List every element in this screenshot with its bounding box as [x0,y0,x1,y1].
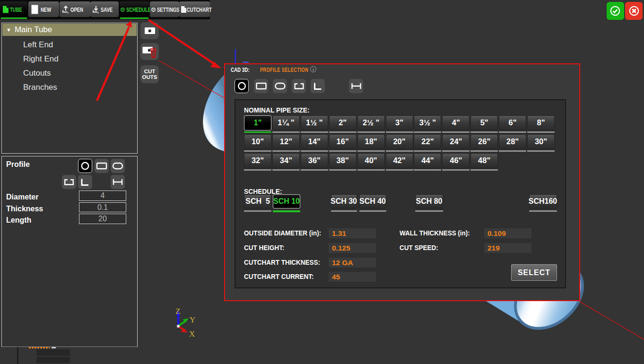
button-shadow [527,131,555,133]
pipe-size-18in-button[interactable]: 18" [357,134,385,152]
pipe-size-38in-button[interactable]: 38" [329,153,357,171]
open-button-label: OPEN [70,6,83,13]
tree-item-right-end[interactable]: Right End [23,54,59,64]
pipe-size-48in-button[interactable]: 48" [470,153,498,171]
pipe-size-1in-button[interactable]: 1" [244,115,271,133]
pipe-size-1in-button[interactable]: 1¼ " [272,115,300,133]
dialog-shape-channel-button[interactable] [292,79,306,93]
outside-diameter-in-value[interactable]: 1.31 [329,228,376,238]
schedule-sch-80-button[interactable]: SCH 80 [415,194,443,212]
open-button[interactable]: OPEN [60,1,90,17]
fragment-divider [17,347,18,364]
thickness-input[interactable]: 0.1 [79,202,126,213]
button-shadow [414,150,441,152]
cutchart-thickness-value[interactable]: 12 GA [329,258,376,268]
pipe-size-46in-button[interactable]: 46" [442,153,470,171]
wall-thickness-in-value[interactable]: 0.109 [484,228,531,238]
button-shadow [499,131,526,133]
pipe-size-14in-button[interactable]: 14" [301,134,328,152]
new-button-label: NEW [41,6,51,13]
fragment-button [36,357,70,364]
tree-item-cutouts[interactable]: Cutouts [23,69,51,78]
dialog-shape-oval-button[interactable] [273,79,287,93]
schedule-label: SCH 80 [415,194,443,208]
pipe-size-label: 1¼ " [272,115,300,130]
dialog-shape-circle-button[interactable] [235,79,249,93]
dialog-shape-angle-button[interactable] [311,79,325,93]
settings-button[interactable]: ⚙SETTINGS [150,1,179,17]
pipe-size-6in-button[interactable]: 6" [499,115,526,133]
confirm-button[interactable] [607,2,624,20]
schedule-sch-10-button[interactable]: SCH 10 [273,194,300,212]
pipe-size-20in-button[interactable]: 20" [386,134,413,152]
schedule-sch160-button[interactable]: SCH160 [529,194,557,212]
pipe-size-16in-button[interactable]: 16" [329,134,357,152]
button-shadow [415,210,443,212]
pipe-size-label: 24" [442,134,470,149]
pipe-size-36in-button[interactable]: 36" [301,153,328,171]
pipe-size-30in-button[interactable]: 30" [527,134,555,152]
schedule-sch-5-button[interactable]: SCH 5 [244,194,271,212]
schedule-label: SCH 5 [244,194,271,208]
button-shadow [329,131,357,133]
profile-shape-oval-button[interactable] [111,159,125,173]
pipe-size-12in-button[interactable]: 12" [272,134,300,152]
pipe-size-44in-button[interactable]: 44" [414,153,441,171]
active-tab-underline [1,17,27,19]
pipe-size-34in-button[interactable]: 34" [272,153,300,171]
profile-shape-channel-button[interactable] [62,175,76,189]
pipe-size-28in-button[interactable]: 28" [499,134,526,152]
schedule-label: SCH 10 [273,194,300,208]
info-icon[interactable]: i [310,66,316,72]
profile-shape-circle-button[interactable] [78,159,92,173]
pipe-size-22in-button[interactable]: 22" [414,134,441,152]
schedule-button[interactable]: ⚙SCHEDULE [120,1,149,17]
new-button[interactable]: NEW [28,1,59,17]
pipe-size-label: 28" [499,134,526,149]
pipe-size-32in-button[interactable]: 32" [244,153,271,171]
pipe-size-4in-button[interactable]: 4" [442,115,470,133]
toolbar: TUBENEWOPENSAVE⚙SCHEDULE⚙SETTINGSCUTCHAR… [0,0,644,19]
tree-item-branches[interactable]: Branches [23,83,57,92]
pipe-size-8in-button[interactable]: 8" [527,115,555,133]
cut-height-value[interactable]: 0.125 [329,243,376,253]
cutchart-current-value[interactable]: 45 [329,272,376,282]
pipe-size-3in-button[interactable]: 3½ " [414,115,441,133]
dialog-shape-rectangle-button[interactable] [254,79,268,93]
cutchart-button[interactable]: CUTCHART [179,1,210,17]
pipe-size-label: 6" [499,115,526,130]
pipe-size-40in-button[interactable]: 40" [357,153,385,171]
delete-shape-button[interactable] [140,43,159,60]
pipe-size-10in-button[interactable]: 10" [244,134,271,152]
tree-item-main-tube[interactable]: ▼ Main Tube [2,24,137,36]
button-shadow [386,150,413,152]
pipe-size-3in-button[interactable]: 3" [386,115,413,133]
dialog-shape-ibeam-button[interactable] [349,79,363,93]
pipe-size-label: 14" [301,134,328,149]
diameter-input[interactable]: 4 [79,191,126,201]
pipe-size-2in-button[interactable]: 2" [329,115,357,133]
button-shadow [301,169,328,171]
pipe-size-5in-button[interactable]: 5" [470,115,498,133]
pipe-size-24in-button[interactable]: 24" [442,134,470,152]
button-shadow [499,150,526,152]
shape-button[interactable] [140,22,159,39]
profile-shape-rectangle-button[interactable] [95,159,109,173]
cutouts-button[interactable]: CUT OUTS [140,65,159,83]
save-button[interactable]: SAVE [90,1,119,17]
cancel-button[interactable] [625,2,643,20]
schedule-sch-40-button[interactable]: SCH 40 [359,194,386,212]
profile-shape-ibeam-button[interactable] [111,175,125,189]
cut-speed-value[interactable]: 219 [484,243,531,253]
schedule-sch-30-button[interactable]: SCH 30 [331,194,357,212]
tube-button[interactable]: TUBE [0,1,27,17]
axis-label-z: Z [175,307,180,316]
pipe-size-2in-button[interactable]: 2½ " [357,115,385,133]
profile-shape-angle-button[interactable] [78,175,92,189]
pipe-size-42in-button[interactable]: 42" [386,153,413,171]
pipe-size-1in-button[interactable]: 1½ " [301,115,328,133]
select-button[interactable]: SELECT [511,264,557,281]
tree-item-left-end[interactable]: Left End [23,40,53,50]
pipe-size-26in-button[interactable]: 26" [470,134,498,152]
length-input[interactable]: 20 [79,214,126,224]
